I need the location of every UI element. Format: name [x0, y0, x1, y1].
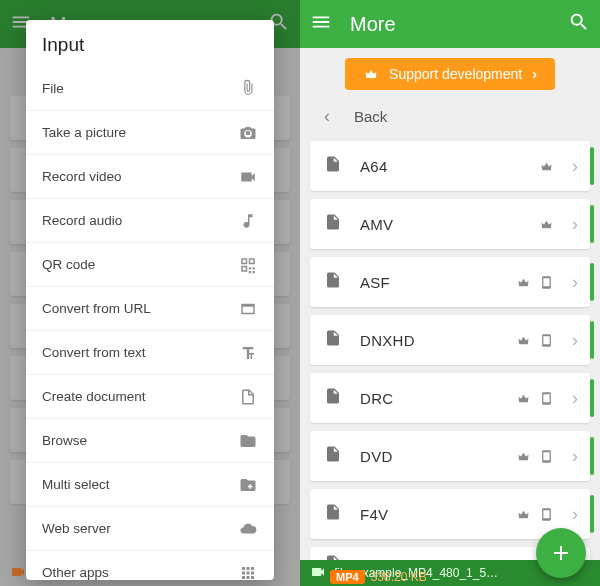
screenshot-left: More MP4 338.20 KB Input FileTake a pict… [0, 0, 300, 586]
web-icon [238, 300, 258, 318]
phone-icon [539, 449, 554, 464]
option-label: Create document [42, 389, 238, 404]
chevron-right-icon: › [532, 66, 537, 82]
crown-icon [539, 217, 554, 232]
camera-icon [238, 124, 258, 142]
crown-icon [539, 159, 554, 174]
format-card[interactable]: AMV› [310, 199, 590, 249]
option-label: Web server [42, 521, 238, 536]
option-label: File [42, 81, 238, 96]
input-option[interactable]: Multi select [26, 462, 274, 506]
search-icon[interactable] [568, 11, 590, 37]
crown-icon [516, 507, 531, 522]
chevron-right-icon: › [572, 388, 578, 409]
music-note-icon [238, 212, 258, 230]
file-icon [324, 213, 342, 235]
input-option[interactable]: File [26, 66, 274, 110]
cloud-icon [238, 520, 258, 538]
option-label: Other apps [42, 565, 238, 580]
chevron-right-icon: › [572, 272, 578, 293]
back-button[interactable]: ‹ Back [300, 96, 600, 141]
chevron-right-icon: › [572, 156, 578, 177]
fab-add[interactable] [536, 528, 586, 578]
option-label: QR code [42, 257, 238, 272]
input-dialog: Input FileTake a pictureRecord videoReco… [26, 20, 274, 580]
option-label: Record video [42, 169, 238, 184]
crown-icon [516, 449, 531, 464]
format-name: DVD [360, 448, 498, 465]
file-icon [324, 271, 342, 293]
videocam-icon [10, 564, 26, 583]
input-option[interactable]: Create document [26, 374, 274, 418]
file-icon [324, 155, 342, 177]
appbar-title: More [350, 13, 550, 36]
dialog-title: Input [26, 20, 274, 66]
input-option[interactable]: QR code [26, 242, 274, 286]
file-icon [324, 503, 342, 525]
menu-icon[interactable] [310, 11, 332, 37]
crown-icon [516, 275, 531, 290]
screenshot-right: More Support development › ‹ Back A64›AM… [300, 0, 600, 586]
input-option[interactable]: Convert from text [26, 330, 274, 374]
option-label: Convert from URL [42, 301, 238, 316]
chevron-left-icon: ‹ [324, 106, 330, 127]
crown-icon [516, 391, 531, 406]
support-banner[interactable]: Support development › [345, 58, 555, 90]
back-label: Back [354, 108, 387, 125]
phone-icon [539, 391, 554, 406]
add-icon [549, 541, 573, 565]
videocam-icon [310, 564, 326, 583]
folder-icon [238, 432, 258, 450]
option-label: Take a picture [42, 125, 238, 140]
format-name: A64 [360, 158, 521, 175]
chevron-right-icon: › [572, 446, 578, 467]
videocam-icon [238, 168, 258, 186]
phone-icon [539, 275, 554, 290]
phone-icon [539, 333, 554, 348]
format-name: F4V [360, 506, 498, 523]
crown-icon [516, 333, 531, 348]
format-name: AMV [360, 216, 521, 233]
option-label: Browse [42, 433, 238, 448]
qr-icon [238, 256, 258, 274]
chevron-right-icon: › [572, 214, 578, 235]
text-icon [238, 344, 258, 362]
format-name: DNXHD [360, 332, 498, 349]
chevron-right-icon: › [572, 330, 578, 351]
format-card[interactable]: DNXHD› [310, 315, 590, 365]
option-label: Record audio [42, 213, 238, 228]
chevron-right-icon: › [572, 504, 578, 525]
file-icon [324, 445, 342, 467]
format-card[interactable]: DRC› [310, 373, 590, 423]
format-card[interactable]: DVD› [310, 431, 590, 481]
input-option[interactable]: Other apps [26, 550, 274, 580]
apps-icon [238, 564, 258, 581]
file-icon [324, 329, 342, 351]
appbar: More [300, 0, 600, 48]
file-icon [324, 387, 342, 409]
input-option[interactable]: Record video [26, 154, 274, 198]
banner-label: Support development [389, 66, 522, 82]
input-option[interactable]: Browse [26, 418, 274, 462]
format-name: ASF [360, 274, 498, 291]
input-option[interactable]: Take a picture [26, 110, 274, 154]
input-option[interactable]: Record audio [26, 198, 274, 242]
input-option[interactable]: Convert from URL [26, 286, 274, 330]
format-name: DRC [360, 390, 498, 407]
phone-icon [539, 507, 554, 522]
format-badge: MP4 [330, 570, 365, 584]
attachment-icon [238, 79, 258, 97]
option-label: Convert from text [42, 345, 238, 360]
format-card[interactable]: ASF› [310, 257, 590, 307]
folder-plus-icon [238, 476, 258, 494]
doc-outline-icon [238, 388, 258, 406]
crown-icon [363, 66, 379, 82]
file-size: 338.20 KB [371, 570, 427, 584]
input-option[interactable]: Web server [26, 506, 274, 550]
option-label: Multi select [42, 477, 238, 492]
format-card[interactable]: A64› [310, 141, 590, 191]
